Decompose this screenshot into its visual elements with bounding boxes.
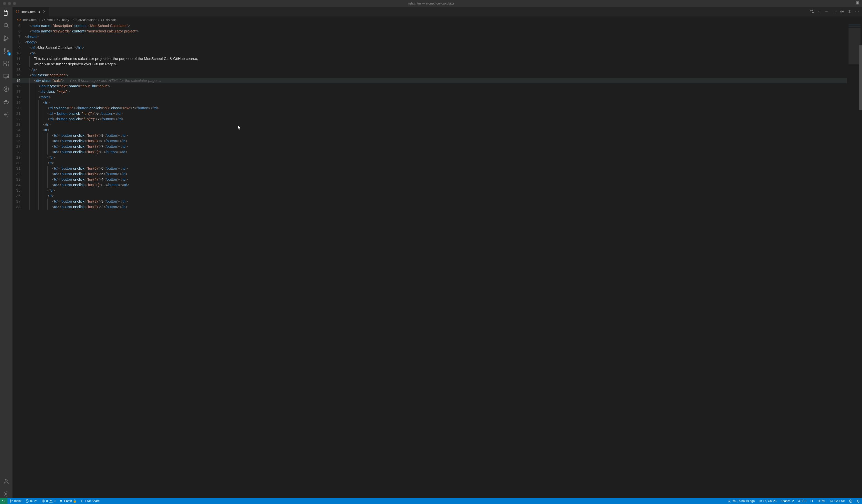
code-area[interactable]: 5<meta name="description" content="MonSc… (12, 23, 847, 498)
blame-status[interactable]: You, 5 hours ago (726, 498, 757, 504)
user-button[interactable]: Harsh 🔒 (57, 498, 78, 504)
nav-prev-icon[interactable] (825, 10, 829, 14)
activity-bar: 1 (0, 7, 12, 498)
live-share-button[interactable]: Live Share (79, 498, 102, 504)
maximize-window-icon[interactable] (13, 2, 16, 5)
breadcrumb-file[interactable]: index.html (23, 18, 37, 22)
chevron-right-icon: › (70, 18, 71, 22)
svg-point-25 (810, 10, 811, 11)
run-debug-icon[interactable] (3, 35, 10, 42)
tab-index-html[interactable]: index.html ● (12, 7, 49, 16)
svg-rect-14 (4, 74, 9, 78)
svg-point-8 (4, 52, 5, 53)
nav-back-icon[interactable] (818, 10, 822, 14)
problems-button[interactable]: 0 0 (39, 498, 57, 504)
breadcrumb-body[interactable]: body (62, 18, 69, 22)
explorer-icon[interactable] (3, 10, 10, 17)
html-file-icon (17, 18, 21, 22)
window-titlebar: index.html — monschool-calculator (0, 0, 862, 7)
svg-rect-4 (858, 3, 859, 4)
svg-point-39 (61, 500, 62, 501)
breadcrumb-container[interactable]: div.container (78, 18, 96, 22)
scrollbar-thumb[interactable] (859, 45, 862, 110)
svg-point-24 (5, 493, 7, 495)
svg-point-27 (819, 11, 820, 12)
svg-point-7 (4, 49, 5, 50)
feedback-icon[interactable] (847, 498, 854, 504)
svg-point-9 (7, 50, 9, 51)
user-name: Harsh 🔒 (64, 499, 76, 503)
settings-gear-icon[interactable] (3, 491, 10, 498)
language-mode[interactable]: HTML (816, 498, 828, 504)
svg-rect-2 (858, 2, 859, 3)
error-count: 0 (46, 499, 48, 503)
svg-point-17 (5, 88, 7, 90)
symbol-icon (57, 18, 61, 22)
gitlens-icon[interactable] (3, 86, 10, 93)
scm-badge: 1 (8, 52, 11, 56)
customize-layout-icon[interactable] (856, 1, 860, 6)
breadcrumb-calc[interactable]: div.calc (106, 18, 116, 22)
docker-icon[interactable] (3, 98, 10, 106)
svg-point-5 (4, 23, 8, 27)
svg-rect-13 (7, 61, 9, 63)
html-file-icon (15, 10, 19, 14)
notifications-icon[interactable] (854, 498, 862, 504)
mouse-cursor-icon (238, 125, 241, 130)
eol[interactable]: LF (808, 498, 816, 504)
indentation[interactable]: Spaces: 2 (779, 498, 796, 504)
split-editor-icon[interactable] (848, 10, 851, 14)
svg-point-41 (831, 501, 832, 501)
go-live-button[interactable]: Go Live (828, 498, 847, 504)
open-changes-icon[interactable] (810, 9, 814, 14)
code-text: which will be further deployed over GitH… (34, 62, 117, 66)
svg-point-23 (5, 479, 8, 481)
editor-actions (807, 7, 862, 16)
svg-rect-21 (5, 100, 6, 101)
svg-point-36 (10, 502, 11, 503)
symbol-icon (41, 18, 45, 22)
live-share-label: Live Share (86, 499, 100, 503)
more-actions-icon[interactable] (855, 10, 859, 14)
symbol-icon (73, 18, 77, 22)
nav-next-icon[interactable] (833, 10, 837, 14)
account-icon[interactable] (3, 478, 10, 485)
svg-rect-22 (6, 100, 7, 101)
svg-point-29 (834, 11, 835, 12)
search-icon[interactable] (3, 22, 10, 29)
encoding[interactable]: UTF-8 (796, 498, 808, 504)
extensions-icon[interactable] (3, 61, 10, 68)
svg-point-26 (813, 12, 813, 13)
window-title: index.html — monschool-calculator (408, 2, 455, 5)
go-live-label: Go Live (835, 499, 845, 503)
svg-rect-11 (4, 64, 6, 66)
svg-point-34 (858, 11, 859, 12)
sync-status: 0↓ 2↑ (30, 499, 37, 503)
breadcrumb[interactable]: index.html › html › body › div.container… (12, 16, 862, 23)
sync-button[interactable]: 0↓ 2↑ (24, 498, 39, 504)
git-branch-button[interactable]: main! (8, 498, 24, 504)
remote-indicator[interactable] (0, 498, 8, 504)
close-window-icon[interactable] (3, 2, 6, 5)
warning-count: 0 (54, 499, 56, 503)
svg-point-40 (729, 500, 730, 501)
blame-text: You, 5 hours ago (732, 499, 755, 503)
status-bar: main! 0↓ 2↑ 0 0 Harsh 🔒 Live Share You, … (0, 498, 862, 504)
live-share-icon[interactable] (3, 111, 10, 119)
svg-point-37 (12, 500, 12, 501)
code-text: This is a simple arithemtic calculator p… (34, 56, 198, 61)
breadcrumb-html[interactable]: html (47, 18, 53, 22)
remote-explorer-icon[interactable] (3, 73, 10, 80)
svg-point-35 (10, 500, 11, 501)
tab-close-icon[interactable] (42, 10, 46, 14)
scrollbar[interactable] (859, 23, 862, 498)
editor[interactable]: 5<meta name="description" content="MonSc… (12, 23, 862, 498)
run-icon[interactable] (840, 10, 844, 14)
minimize-window-icon[interactable] (8, 2, 11, 5)
svg-point-32 (856, 11, 856, 12)
svg-rect-1 (857, 2, 858, 3)
cursor-position[interactable]: Ln 15, Col 23 (757, 498, 779, 504)
code-text: monschool calculator project (88, 29, 135, 33)
source-control-icon[interactable]: 1 (3, 48, 10, 55)
tab-dirty-indicator: ● (38, 10, 40, 14)
